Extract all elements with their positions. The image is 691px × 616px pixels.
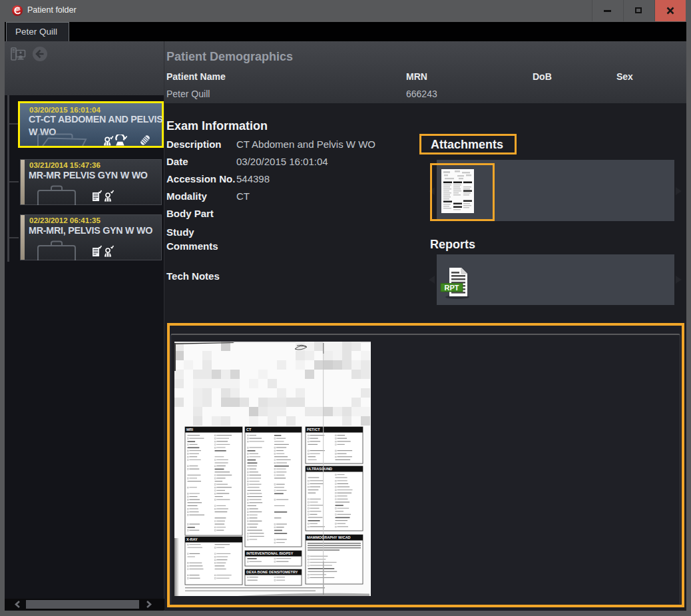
svg-text:CT: CT [246,428,252,432]
svg-text:X-RAY: X-RAY [186,537,198,541]
svg-text:DEXA BONE DENSITOMETRY: DEXA BONE DENSITOMETRY [246,570,298,574]
svg-text:PET/CT: PET/CT [307,428,320,432]
svg-text:MRI: MRI [186,428,194,432]
svg-text:MAMMOGRAPHY W/CAD: MAMMOGRAPHY W/CAD [307,535,351,539]
svg-text:RPT: RPT [445,284,459,292]
svg-text:INTERVENTIONAL BIOPSY: INTERVENTIONAL BIOPSY [246,551,294,555]
svg-text:ULTRASOUND: ULTRASOUND [307,467,332,471]
